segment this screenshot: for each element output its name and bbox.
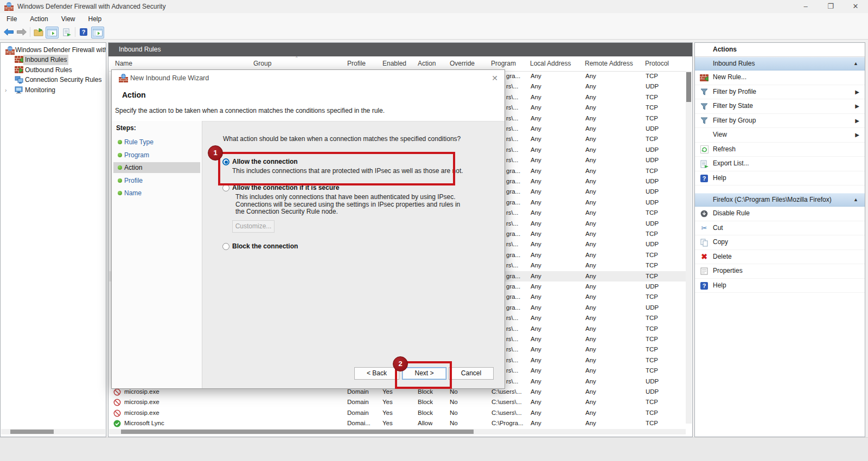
folder-icon[interactable]: [33, 27, 44, 37]
cell: Any: [531, 303, 541, 313]
rule-row-microsip-exe[interactable]: microsip.exeDomainYesBlockNoC:\users\...…: [109, 408, 686, 418]
column-header-remote-address[interactable]: Remote Address: [585, 60, 633, 67]
action-item-filter-by-profile[interactable]: Filter by Profile▶: [695, 85, 865, 100]
list-hscrollbar[interactable]: [109, 429, 686, 434]
column-header-profile[interactable]: Profile: [347, 60, 366, 67]
menu-item-view[interactable]: View: [55, 13, 82, 23]
wizard-title-bar: New Inbound Rule Wizard ✕: [112, 70, 505, 86]
copy-icon: [700, 238, 709, 247]
action-item-label: Copy: [713, 238, 728, 246]
list-vscrollbar[interactable]: [686, 71, 692, 424]
collapse-icon[interactable]: ▲: [853, 57, 858, 70]
cell: Any: [585, 303, 596, 313]
cell: Any: [585, 260, 596, 271]
list-hscrollbar-thumb[interactable]: [121, 430, 474, 434]
menu-item-help[interactable]: Help: [82, 13, 108, 23]
cell: gra...: [506, 281, 531, 292]
cell: TCP: [646, 166, 658, 176]
action-item-cut[interactable]: ✂Cut: [695, 221, 865, 236]
action-item-disable-rule[interactable]: Disable Rule: [695, 207, 865, 221]
sidebar-item-monitoring[interactable]: ›Monitoring: [1, 85, 106, 95]
console-tree-toggle-icon[interactable]: [46, 27, 59, 39]
list-vscrollbar-thumb[interactable]: [686, 72, 691, 102]
column-header-protocol[interactable]: Protocol: [645, 60, 669, 67]
export-list-icon[interactable]: [61, 27, 73, 37]
action-item-filter-by-state[interactable]: Filter by State▶: [695, 99, 865, 114]
sidebar-item-connection-security-rules[interactable]: Connection Security Rules: [1, 75, 106, 85]
app-window: Windows Defender Firewall with Advanced …: [0, 0, 868, 461]
action-item-new-rule-[interactable]: New Rule...: [695, 71, 865, 85]
wizard-steps-sidebar: Steps: Rule TypeProgramActionProfileName: [112, 121, 202, 388]
column-header-name[interactable]: Name: [115, 60, 132, 67]
help-icon[interactable]: ?: [78, 27, 90, 37]
cell: TCP: [646, 103, 658, 113]
cell: gra...: [506, 197, 531, 208]
action-pane-toggle-icon[interactable]: [91, 27, 104, 39]
filter-icon: [700, 88, 709, 97]
back-icon[interactable]: [3, 27, 15, 37]
minimize-button[interactable]: –: [793, 0, 818, 13]
radio-block-the-connection[interactable]: [222, 243, 229, 250]
cell: gra...: [506, 271, 531, 281]
action-item-help[interactable]: ?Help: [695, 171, 865, 186]
new-inbound-rule-wizard-dialog: New Inbound Rule Wizard ✕ Action Specify…: [111, 69, 505, 389]
action-item-delete[interactable]: ✖Delete: [695, 250, 865, 265]
column-header-override[interactable]: Override: [450, 60, 475, 67]
column-header-action[interactable]: Action: [418, 60, 436, 67]
wizard-step-name[interactable]: Name: [113, 188, 200, 199]
action-item-refresh[interactable]: Refresh: [695, 143, 865, 157]
customize-button[interactable]: Customize...: [232, 220, 275, 233]
cell: Any: [531, 376, 541, 387]
cancel-button[interactable]: Cancel: [449, 367, 494, 380]
tree-hscrollbar-thumb[interactable]: [10, 430, 54, 434]
menu-bar: FileActionViewHelp: [0, 13, 868, 26]
cell: Any: [585, 366, 596, 376]
cell: Any: [531, 187, 541, 197]
cell: rs\...: [506, 219, 531, 229]
wizard-step-action[interactable]: Action: [113, 162, 200, 173]
step-bullet-icon: [118, 153, 122, 157]
menu-item-action[interactable]: Action: [23, 13, 54, 23]
action-item-copy[interactable]: Copy: [695, 235, 865, 250]
sort-caret-icon: ⌃: [295, 56, 299, 61]
wizard-step-profile[interactable]: Profile: [113, 175, 200, 186]
cell: TCP: [646, 355, 658, 366]
action-item-help[interactable]: ?Help: [695, 279, 865, 293]
close-button[interactable]: ✕: [843, 0, 868, 13]
action-item-export-list-[interactable]: Export List...: [695, 157, 865, 171]
action-item-label: Refresh: [713, 145, 736, 153]
rule-row-microsoft-lync[interactable]: Microsoft LyncDomai...YesAllowNoC:\Progr…: [109, 418, 686, 428]
tree-hscrollbar[interactable]: [1, 429, 105, 434]
menu-item-file[interactable]: File: [0, 13, 23, 23]
column-header-enabled[interactable]: Enabled: [382, 60, 406, 67]
actions-section-header[interactable]: Firefox (C:\Program Files\Mozilla Firefo…: [695, 193, 865, 207]
column-header-local-address[interactable]: Local Address: [530, 60, 571, 67]
radio-option-label[interactable]: Block the connection: [232, 242, 298, 250]
restore-button[interactable]: ❐: [818, 0, 843, 13]
cell: Any: [585, 81, 596, 92]
collapse-icon[interactable]: ▲: [853, 194, 858, 206]
rule-row-microsip-exe[interactable]: microsip.exeDomainYesBlockNoC:\users\...…: [109, 397, 686, 407]
forward-icon[interactable]: [16, 27, 28, 37]
cell: Any: [585, 250, 596, 260]
cell: TCP: [646, 71, 658, 81]
wizard-step-program[interactable]: Program: [113, 150, 200, 161]
cell: TCP: [646, 113, 658, 124]
step-bullet-icon: [118, 178, 122, 183]
wizard-close-icon[interactable]: ✕: [492, 74, 498, 82]
column-header-program[interactable]: Program: [491, 60, 516, 67]
actions-section-header[interactable]: Inbound Rules▲: [695, 57, 865, 71]
expander-icon[interactable]: ›: [5, 85, 7, 95]
column-header-group[interactable]: Group: [253, 60, 271, 67]
action-item-view[interactable]: View▶: [695, 128, 865, 143]
cell: Any: [531, 155, 541, 165]
cell: Any: [585, 134, 596, 144]
action-item-properties[interactable]: Properties: [695, 264, 865, 279]
sidebar-item-outbound-rules[interactable]: Outbound Rules: [1, 65, 106, 75]
wizard-step-rule-type[interactable]: Rule Type: [113, 137, 200, 148]
sidebar-item-inbound-rules[interactable]: Inbound Rules: [1, 55, 106, 65]
disable-icon: [700, 209, 709, 218]
action-item-filter-by-group[interactable]: Filter by Group▶: [695, 114, 865, 129]
tree-root[interactable]: Windows Defender Firewall with: [1, 45, 106, 55]
back-button[interactable]: < Back: [354, 367, 399, 380]
